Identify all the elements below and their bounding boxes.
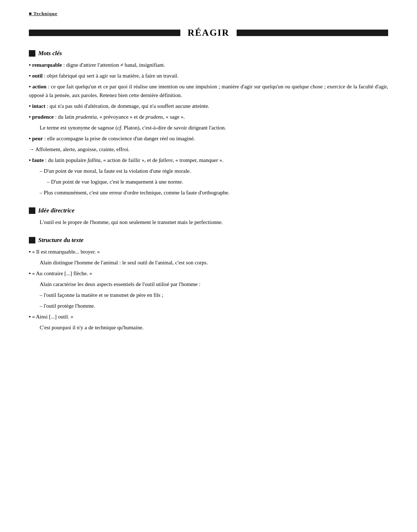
top-bar-area: ■ Technique [29, 7, 388, 17]
dash-faute-1: D'un point de vue moral, la faute est la… [29, 167, 388, 175]
def-faute-italic1: fallita [88, 157, 101, 163]
section-title-idee: Idée directrice [29, 207, 388, 214]
structure-content: « Il est remarquable... broyer. » Alain … [29, 247, 388, 332]
def-prudence-end: , « sage ». [163, 114, 185, 120]
structure-bullet-1: « Il est remarquable... broyer. » [29, 247, 388, 256]
idee-directrice-content: L'outil est le propre de l'homme, qui no… [29, 218, 388, 227]
def-faute-mid: , « action de faillir », et de [101, 157, 159, 163]
term-action: action [32, 84, 46, 89]
def-outil-text: : objet fabriqué qui sert à agir sur la … [43, 73, 179, 79]
top-label: ■ Technique [29, 11, 57, 17]
def-prudence-start: : du latin [54, 114, 76, 120]
section-title-text: Mots clés [38, 50, 62, 57]
structure-quote-2: « Au contraire [...] flèche. » [32, 271, 92, 276]
def-peur-text: : elle accompagne la prise de conscience… [43, 136, 195, 141]
structure-dash-2: l'outil protège l'homme. [29, 302, 388, 310]
def-prudence: prudence : du latin prudentia, « prévoya… [29, 113, 388, 121]
header-section: RÉAGIR [29, 27, 388, 38]
structure-exp-2: Alain caractérise les deux aspects essen… [29, 280, 388, 289]
page: ■ Technique RÉAGIR Mots clés remarquable… [0, 0, 417, 532]
structure-quote-1: « Il est remarquable... broyer. » [32, 249, 100, 255]
structure-bullet-3: « Ainsi [...] outil. » [29, 312, 388, 321]
def-intact: intact : qui n'a pas subi d'altération, … [29, 102, 388, 110]
section-title-text-structure: Structure du texte [38, 237, 84, 244]
structure-quote-3: « Ainsi [...] outil. » [32, 314, 73, 320]
mots-cles-content: remarquable : digne d'attirer l'attentio… [29, 61, 388, 197]
section-title-structure: Structure du texte [29, 237, 388, 244]
def-prudence-italic2: prudens [146, 114, 163, 120]
def-prudence-mid1: , « prévoyance » et de [97, 114, 145, 120]
section-title-icon [29, 50, 35, 57]
idee-directrice-body: L'outil est le propre de l'homme, qui no… [29, 218, 388, 227]
def-faute-end: , « tromper, manquer ». [173, 157, 224, 163]
structure-bullet-2: « Au contraire [...] flèche. » [29, 269, 388, 278]
def-action: action : ce que fait quelqu'un et ce par… [29, 82, 388, 100]
term-intact: intact [32, 103, 45, 109]
structure-dash-1: l'outil façonne la matière et se transme… [29, 291, 388, 299]
header-bar-right [237, 30, 388, 36]
def-action-text: : ce que fait quelqu'un et ce par quoi i… [29, 84, 388, 98]
term-faute: faute [32, 157, 44, 163]
section-mots-cles: Mots clés remarquable : digne d'attirer … [29, 50, 388, 197]
def-intact-text: : qui n'a pas subi d'altération, de domm… [45, 103, 209, 109]
header-title: RÉAGIR [183, 27, 234, 38]
section-structure: Structure du texte « Il est remarquable.… [29, 237, 388, 332]
dash-faute-2: – D'un point de vue logique, c'est le ma… [29, 177, 388, 186]
def-faute-start: : du latin populaire [44, 157, 88, 163]
arrow-peur: → Affolement, alerte, angoisse, crainte,… [29, 145, 388, 154]
def-prudence-extra: Le terme est synonyme de sagesse (cf. Pl… [29, 123, 388, 132]
structure-exp-1: Alain distingue l'homme de l'animal : le… [29, 258, 388, 267]
def-prudence-italic1: prudentia [76, 114, 97, 120]
section-title-mots-cles: Mots clés [29, 50, 388, 57]
section-title-icon-idee [29, 207, 35, 214]
def-outil: outil : objet fabriqué qui sert à agir s… [29, 71, 388, 80]
def-remarquable-text: : digne d'attirer l'attention ≠ banal, i… [62, 62, 165, 68]
term-outil: outil [32, 73, 43, 79]
def-remarquable: remarquable : digne d'attirer l'attentio… [29, 61, 388, 69]
structure-exp-3: C'est pourquoi il n'y a de technique qu'… [29, 323, 388, 332]
header-bar-left [29, 30, 180, 36]
section-idee-directrice: Idée directrice L'outil est le propre de… [29, 207, 388, 227]
dash-faute-3: Plus communément, c'est une erreur d'ord… [29, 188, 388, 197]
def-peur: peur : elle accompagne la prise de consc… [29, 134, 388, 143]
term-remarquable: remarquable [32, 62, 62, 68]
def-faute-italic2: fallere [159, 157, 173, 163]
section-title-icon-structure [29, 237, 35, 243]
term-prudence: prudence [32, 114, 54, 120]
def-faute: faute : du latin populaire fallita, « ac… [29, 156, 388, 164]
term-peur: peur [32, 136, 43, 141]
section-title-text-idee: Idée directrice [38, 207, 75, 214]
